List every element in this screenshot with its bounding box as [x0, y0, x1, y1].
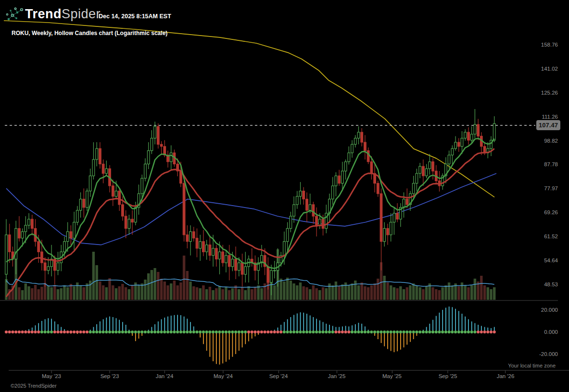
time-axis-label: Sep '23 — [101, 373, 119, 379]
time-axis-label: May '24 — [214, 373, 233, 379]
time-axis-label: May '25 — [382, 373, 402, 379]
volume-pane — [5, 249, 495, 300]
price-axis-label: 125.26 — [541, 90, 558, 96]
indicator-axis-label: -20.000 — [539, 351, 558, 357]
trendspider-logo-icon[interactable] — [6, 6, 25, 27]
brand-spider: Spider — [62, 7, 101, 21]
time-axis-label: Jan '26 — [497, 373, 515, 379]
last-price-badge: 107.47 — [536, 120, 560, 130]
copyright-text: ©2025 TrendSpider — [11, 383, 57, 389]
timezone-note[interactable]: Your local time zone — [508, 363, 556, 368]
time-axis-label: Sep '24 — [269, 373, 288, 379]
time-axis-label: May '23 — [42, 373, 61, 379]
time-axis-line[interactable] — [9, 370, 569, 373]
price-axis-label: 77.97 — [544, 185, 558, 191]
ema-lines — [6, 138, 494, 297]
price-axis-label: 61.52 — [544, 233, 558, 239]
time-axis-label: Sep '25 — [439, 373, 457, 379]
indicator-axis-label: 0.000 — [544, 329, 558, 335]
price-axis-label: 48.53 — [544, 282, 558, 287]
brand-wordmark[interactable]: TrendSpider — [25, 7, 101, 22]
price-axis-label: 141.02 — [541, 66, 558, 72]
brand-trend: Trend — [25, 7, 62, 21]
indicator-axis-label: 20.000 — [541, 307, 558, 313]
price-axis-label: 158.76 — [541, 42, 558, 48]
header-datetime: Dec 14, 2025 8:15AM EST — [99, 13, 171, 20]
price-pane-candles — [5, 109, 495, 295]
price-axis-label: 87.78 — [544, 161, 558, 167]
price-axis-label: 54.64 — [544, 257, 558, 263]
chart-canvas[interactable] — [0, 0, 569, 392]
time-axis-label: Jan '25 — [328, 373, 346, 379]
price-axis-label: 98.82 — [544, 138, 558, 144]
price-axis-label: 69.26 — [544, 209, 558, 215]
time-axis-label: Jan '24 — [156, 373, 174, 379]
price-axis-label: 111.26 — [542, 114, 558, 120]
trendspider-app: TrendSpider Dec 14, 2025 8:15AM EST ROKU… — [0, 0, 569, 392]
macd-indicator-pane — [5, 306, 496, 365]
chart-title[interactable]: ROKU, Weekly, Hollow Candles chart (Loga… — [12, 30, 167, 37]
